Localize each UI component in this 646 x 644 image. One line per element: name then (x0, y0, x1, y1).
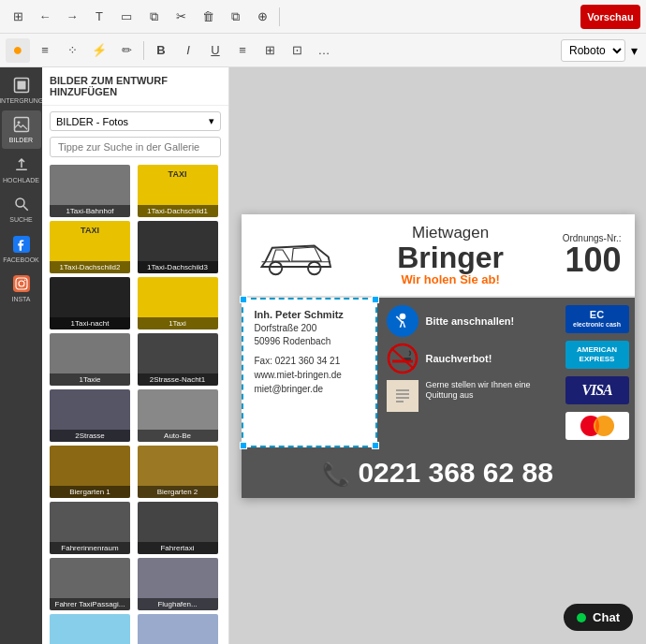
sidebar-item-images[interactable]: BILDER (2, 110, 41, 148)
ec-badge: EC electronic cash (565, 305, 629, 333)
sidebar-item-facebook[interactable]: FACEBOOK (2, 230, 41, 268)
seatbelt-text: Bitte anschnallen! (426, 315, 515, 327)
font-selector[interactable]: Roboto (561, 39, 625, 62)
thumb-label: 1Taxi-Dachschild3 (138, 261, 218, 273)
copy-btn[interactable]: ⧉ (141, 5, 166, 29)
list-item[interactable]: Flugzeug (50, 614, 130, 644)
list-item[interactable]: Biergarten 1 (50, 446, 130, 498)
card-header: Mietwagen Bringer Wir holen Sie ab! Ordn… (242, 214, 635, 298)
list-item[interactable]: 1Taxi-Bahnhof (50, 165, 130, 217)
rule-nosmoking: Rauchverbot! (387, 343, 551, 374)
shape-btn[interactable]: ▭ (114, 5, 139, 29)
thumb-label: 1Taxi-nacht (50, 317, 130, 329)
resize-handle-tr[interactable] (372, 296, 379, 303)
card-contact[interactable]: Inh. Peter Schmitz Dorfstraße 200 50996 … (242, 298, 377, 447)
list-item[interactable]: TAXI1Taxi-Dachschild1 (138, 165, 218, 217)
toolbar-separator-2 (143, 41, 144, 60)
more-btn[interactable]: … (312, 38, 336, 63)
category-label: BILDER - Fotos (56, 116, 128, 127)
sidebar-label-upload: HOCHLADE (3, 177, 39, 184)
card-title-area: Mietwagen Bringer Wir holen Sie ab! (339, 224, 563, 286)
rule-seatbelt: Bitte anschnallen! (387, 305, 551, 337)
list-item[interactable]: Fahrerinnenraum (50, 502, 130, 554)
svg-point-11 (24, 279, 26, 281)
search-icon (13, 196, 30, 212)
sidebar-item-upload[interactable]: HOCHLADE (2, 151, 41, 188)
grid-btn[interactable]: ⊞ (6, 5, 30, 29)
toolbar-second: ● ≡ ⁘ ⚡ ✏ B I U ≡ ⊞ ⊡ … Roboto ▾ (0, 34, 646, 67)
panel-header: BILDER ZUM ENTWURF HINZUFÜGEN (42, 67, 228, 106)
color-btn[interactable]: ● (6, 38, 30, 63)
list-item[interactable]: 2Strasse-Nacht1 (138, 333, 218, 386)
cut-btn[interactable]: ✂ (169, 5, 193, 29)
table-btn[interactable]: ⊞ (257, 38, 282, 63)
list-item[interactable]: 1Taxi-nacht (50, 277, 130, 329)
undo-btn[interactable]: ← (33, 5, 57, 29)
rule-receipt: Gerne stellen wir Ihnen eine Quittung au… (387, 380, 551, 412)
font-dropdown-arrow[interactable]: ▾ (628, 43, 640, 58)
duplicate-btn[interactable]: ⧉ (223, 5, 247, 29)
delete-btn[interactable]: 🗑 (196, 5, 220, 29)
list-item[interactable]: Auto-Be (138, 389, 218, 442)
list-item[interactable]: Flugzeug (138, 614, 218, 644)
receipt-icon (387, 380, 418, 412)
card-subtitle: Wir holen Sie ab! (339, 272, 563, 286)
align-justify-btn[interactable]: ≡ (230, 38, 255, 63)
category-selector[interactable]: BILDER - Fotos ▾ (50, 111, 221, 131)
list-item[interactable]: 1Taxi-Dachschild3 (138, 221, 218, 273)
thumb-label: Biergarten 2 (138, 486, 218, 498)
card-rules: Bitte anschnallen! (377, 298, 560, 447)
thumb-label: Fahrerinnenraum (50, 542, 130, 554)
upload-icon (13, 156, 30, 173)
text-btn[interactable]: T (87, 5, 111, 29)
redo-btn[interactable]: → (60, 5, 84, 29)
list-item[interactable]: Biergarten 2 (138, 446, 218, 498)
svg-point-3 (17, 122, 20, 124)
card-phone: 📞 0221 368 62 88 (255, 457, 622, 489)
amex-badge: AMERICANEXPRESS (565, 341, 629, 369)
svg-point-13 (308, 262, 321, 275)
list-item[interactable]: Fahrer TaxiPassagi... (50, 558, 130, 610)
list-item[interactable]: Flughafen... (138, 558, 218, 610)
thumb-label: Biergarten 1 (50, 486, 130, 498)
toolbar-separator (279, 7, 280, 26)
layers-btn[interactable]: ⊕ (250, 5, 274, 29)
contact-fax: Fax: 0221 360 34 21 www.miet-bringen.de … (255, 354, 364, 396)
underline-btn[interactable]: U (203, 38, 228, 63)
resize-handle-br[interactable] (372, 442, 379, 449)
list-item[interactable]: Fahrertaxi (138, 502, 218, 554)
chat-widget[interactable]: Chat (564, 604, 633, 631)
contact-address: Dorfstraße 200 50996 Rodenbach (255, 322, 364, 348)
chat-online-dot (577, 613, 586, 622)
svg-rect-20 (393, 385, 412, 407)
gallery-search-input[interactable] (50, 137, 221, 157)
italic-btn[interactable]: I (176, 38, 200, 63)
effects-btn[interactable]: ⚡ (87, 38, 111, 63)
resize-handle-bl[interactable] (240, 442, 247, 449)
bold-btn[interactable]: B (149, 38, 173, 63)
list-item[interactable]: 1Taxie (50, 333, 130, 386)
svg-line-6 (23, 206, 28, 211)
resize-btn[interactable]: ⊡ (285, 38, 309, 63)
card-footer: 📞 0221 368 62 88 (242, 447, 635, 498)
nosmoking-text: Rauchverbot! (426, 353, 492, 364)
thumb-label: 1Taxi-Bahnhof (50, 205, 130, 217)
resize-handle-tl[interactable] (240, 296, 247, 303)
align-left-btn[interactable]: ≡ (33, 38, 57, 63)
chat-label: Chat (593, 610, 620, 624)
image-grid: 1Taxi-Bahnhof TAXI1Taxi-Dachschild1 TAXI… (42, 165, 228, 644)
list-item[interactable]: 1Taxi (138, 277, 218, 329)
list-item[interactable]: 2Strasse (50, 389, 130, 442)
thumb-label: Flughafen... (138, 598, 218, 610)
list-item[interactable]: TAXI1Taxi-Dachschild2 (50, 221, 130, 273)
sidebar-item-background[interactable]: HINTERGRUNGE (2, 71, 41, 109)
sidebar-item-search[interactable]: SUCHE (2, 190, 41, 227)
preview-btn[interactable]: Vorschau (580, 5, 640, 29)
draw-btn[interactable]: ✏ (114, 38, 139, 63)
seatbelt-icon (387, 305, 418, 337)
receipt-text: Gerne stellen wir Ihnen eine Quittung au… (426, 380, 551, 402)
align-center-btn[interactable]: ⁘ (60, 38, 84, 63)
thumb-label: Auto-Be (138, 430, 218, 442)
sidebar-item-instagram[interactable]: INSTA (2, 270, 41, 307)
card-title-mietwagen: Mietwagen (339, 224, 563, 242)
